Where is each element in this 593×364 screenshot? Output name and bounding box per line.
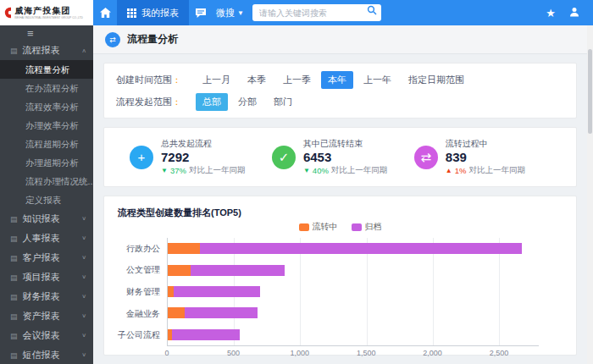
stat-title: 流转过程中 bbox=[446, 138, 525, 150]
bar-segment[interactable] bbox=[185, 307, 258, 318]
sidebar-item-0-1[interactable]: 在办流程分析 bbox=[0, 79, 93, 97]
stat-info: 其中已流转结束6453▼40%对比上一年同期 bbox=[303, 138, 387, 176]
y-axis-label: 公文管理 bbox=[118, 264, 167, 276]
search-input[interactable] bbox=[252, 4, 381, 21]
sidebar-nav: ▤流程报表∧流程量分析在办流程分析流程效率分析办理效率分析流程超期分析办理超期分… bbox=[0, 41, 93, 364]
topbar: 威海产投集团 WEIHAI INDUSTRIAL INVESTMENT GROU… bbox=[0, 0, 593, 25]
stats-card: +总共发起流程7292▼37%对比上一年同期✓其中已流转结束6453▼40%对比… bbox=[103, 127, 577, 187]
x-axis-tick-label: 0 bbox=[164, 349, 169, 357]
y-axis-label: 金融业务 bbox=[118, 308, 167, 320]
stat-title: 其中已流转结束 bbox=[303, 138, 387, 150]
sync-icon: ⇄ bbox=[414, 146, 438, 169]
report-menu-icon: ▤ bbox=[10, 47, 18, 55]
sidebar-item-0-0[interactable]: 流程量分析 bbox=[0, 60, 93, 79]
user-icon[interactable] bbox=[569, 5, 579, 20]
search-box bbox=[252, 0, 381, 25]
stat-block-0: +总共发起流程7292▼37%对比上一年同期 bbox=[130, 138, 245, 176]
y-axis-label: 子公司流程 bbox=[118, 329, 167, 341]
legend-item-0[interactable]: 流转中 bbox=[299, 221, 338, 233]
filter-label-text: 流程发起范围 bbox=[116, 97, 172, 107]
filter-option[interactable]: 分部 bbox=[231, 93, 263, 111]
report-menu-icon: ▤ bbox=[10, 312, 18, 321]
stat-value: 7292 bbox=[161, 150, 245, 164]
sidebar-group-3[interactable]: ▤客户报表∨ bbox=[0, 248, 93, 267]
chevron-down-icon: ∨ bbox=[81, 313, 86, 319]
filter-option[interactable]: 指定日期范围 bbox=[402, 71, 471, 89]
sidebar-item-0-3[interactable]: 办理效率分析 bbox=[0, 116, 93, 135]
sidebar-group-1[interactable]: ▤知识报表∨ bbox=[0, 209, 93, 229]
bar-segment[interactable] bbox=[191, 265, 285, 276]
stat-delta: 37% bbox=[170, 166, 186, 175]
wesearch-dropdown[interactable]: 微搜 ▼ bbox=[216, 0, 244, 25]
sidebar-group-5[interactable]: ▤财务报表∨ bbox=[0, 287, 93, 306]
sidebar-group-0[interactable]: ▤流程报表∧ bbox=[0, 41, 93, 60]
stat-info: 流转过程中839▲1%对比上一年同期 bbox=[446, 138, 525, 176]
filter-option[interactable]: 本季 bbox=[241, 71, 273, 89]
sidebar-group-6[interactable]: ▤资产报表∨ bbox=[0, 306, 93, 326]
chevron-down-icon: ▼ bbox=[237, 9, 244, 17]
stat-change: ▼37%对比上一年同期 bbox=[161, 165, 245, 176]
legend-item-1[interactable]: 归档 bbox=[352, 221, 382, 233]
chat-icon[interactable] bbox=[189, 0, 213, 25]
stat-change: ▲1%对比上一年同期 bbox=[446, 165, 525, 176]
hamburger-icon: ≡ bbox=[27, 27, 34, 40]
sidebar-group-8[interactable]: ▤短信报表∨ bbox=[0, 345, 93, 364]
bar-row-2 bbox=[168, 286, 539, 297]
report-menu-icon: ▤ bbox=[10, 351, 18, 360]
bar-segment[interactable] bbox=[168, 265, 191, 276]
filter-option[interactable]: 上一季 bbox=[276, 71, 318, 89]
sidebar-group-7[interactable]: ▤会议报表∨ bbox=[0, 326, 93, 345]
my-reports-label: 我的报表 bbox=[141, 7, 179, 19]
triangle-down-icon: ▼ bbox=[161, 168, 168, 174]
bar-segment[interactable] bbox=[168, 307, 185, 318]
sidebar-collapse[interactable]: ≡ bbox=[0, 25, 93, 41]
sidebar-group-2[interactable]: ▤人事报表∨ bbox=[0, 229, 93, 248]
logo-title: 威海产投集团 bbox=[14, 6, 89, 15]
chevron-down-icon: ∨ bbox=[81, 235, 86, 241]
filter-option[interactable]: 上一年 bbox=[357, 71, 398, 89]
sidebar-item-0-4[interactable]: 流程超期分析 bbox=[0, 135, 93, 153]
filter-row-1: 流程发起范围：总部分部部门 bbox=[116, 91, 564, 113]
plot-area: 05001,0001,5002,0002,500 bbox=[167, 238, 563, 358]
bar-segment[interactable] bbox=[168, 243, 200, 254]
search-icon[interactable] bbox=[367, 3, 377, 19]
stat-compare-label: 对比上一年同期 bbox=[189, 165, 246, 176]
chevron-down-icon: ∨ bbox=[81, 294, 86, 300]
sidebar-group-label: 人事报表 bbox=[23, 232, 60, 245]
filter-option[interactable]: 上一月 bbox=[196, 71, 237, 89]
x-axis-tick-label: 1,500 bbox=[357, 349, 376, 357]
legend-swatch bbox=[299, 223, 309, 231]
x-axis-tick-label: 500 bbox=[227, 349, 240, 357]
sidebar-item-0-6[interactable]: 流程办理情况统... bbox=[0, 172, 93, 190]
scrollbar-track[interactable] bbox=[587, 25, 593, 364]
stat-title: 总共发起流程 bbox=[161, 138, 245, 150]
chart-title: 流程类型创建数量排名(TOP5) bbox=[118, 207, 563, 219]
home-icon[interactable] bbox=[93, 0, 117, 25]
sidebar-item-0-7[interactable]: 定义报表 bbox=[0, 190, 93, 209]
filter-colon: ： bbox=[172, 74, 181, 85]
bar-segment[interactable] bbox=[168, 286, 174, 297]
sidebar-item-0-2[interactable]: 流程效率分析 bbox=[0, 97, 93, 116]
logo-emblem-icon bbox=[4, 7, 11, 19]
filter-option[interactable]: 总部 bbox=[196, 93, 228, 111]
bar-row-1 bbox=[168, 265, 539, 276]
star-icon[interactable]: ★ bbox=[546, 8, 556, 19]
chevron-down-icon: ∨ bbox=[81, 216, 86, 222]
topbar-right: ★ bbox=[546, 0, 593, 25]
sidebar-item-0-5[interactable]: 办理超期分析 bbox=[0, 153, 93, 172]
stat-block-1: ✓其中已流转结束6453▼40%对比上一年同期 bbox=[272, 138, 387, 176]
bar-row-0 bbox=[168, 243, 539, 254]
stat-delta: 1% bbox=[455, 166, 467, 175]
chevron-up-icon: ∧ bbox=[81, 47, 86, 53]
filter-option[interactable]: 部门 bbox=[267, 93, 299, 111]
sidebar-group-4[interactable]: ▤项目报表∨ bbox=[0, 267, 93, 287]
report-menu-icon: ▤ bbox=[10, 254, 18, 262]
filter-option[interactable]: 本年 bbox=[321, 71, 353, 89]
bar-segment[interactable] bbox=[174, 286, 260, 297]
tab-my-reports[interactable]: 我的报表 bbox=[117, 0, 189, 25]
bar-segment[interactable] bbox=[200, 243, 522, 254]
bar-segment[interactable] bbox=[172, 329, 241, 340]
triangle-up-icon: ▲ bbox=[446, 168, 452, 174]
scrollbar-thumb[interactable] bbox=[588, 49, 592, 134]
stat-compare-label: 对比上一年同期 bbox=[469, 165, 526, 176]
